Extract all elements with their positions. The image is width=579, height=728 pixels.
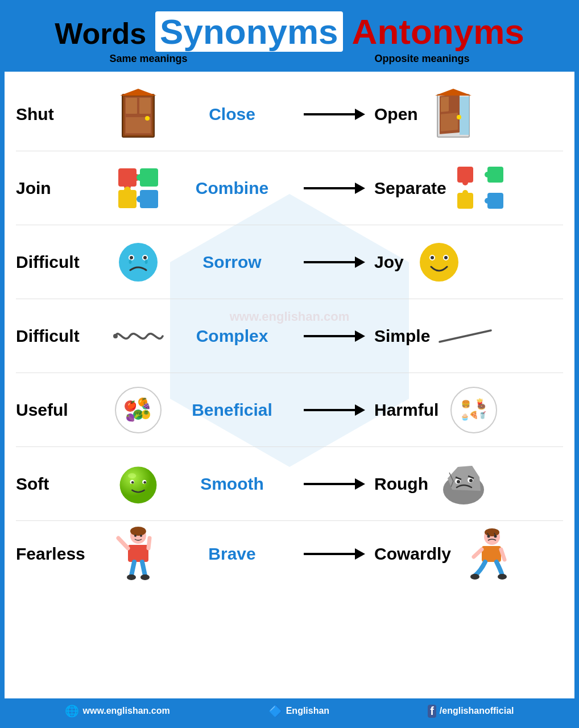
- antonym-col: Open: [374, 89, 563, 140]
- table-row: Fearless: [16, 521, 563, 611]
- junk-food-icon: 🍔 🍟 🍕 🧁 🥤 🍩: [450, 386, 498, 434]
- svg-point-24: [462, 180, 468, 185]
- svg-text:🍇: 🍇: [142, 401, 151, 410]
- svg-text:🍆: 🍆: [126, 413, 135, 422]
- svg-text:🍔: 🍔: [461, 399, 471, 409]
- table-row: Soft: [16, 447, 563, 521]
- website-text: www.englishan.com: [82, 706, 169, 716]
- svg-point-43: [113, 334, 118, 338]
- svg-point-22: [137, 196, 143, 202]
- word-label: Difficult: [16, 253, 107, 272]
- simple-line-icon: [437, 328, 494, 345]
- svg-point-37: [145, 259, 148, 264]
- svg-rect-9: [441, 96, 449, 111]
- antonym-col: Rough: [374, 461, 563, 507]
- svg-point-65: [120, 466, 157, 503]
- synonym-col: Smooth: [169, 474, 295, 494]
- svg-line-85: [118, 538, 128, 548]
- table-row: Join: [16, 151, 563, 225]
- icon-right: [453, 166, 510, 211]
- synonyms-title: Synonyms: [155, 11, 343, 52]
- icon-right: [458, 526, 515, 582]
- footer-brand: 🔷 Englishan: [268, 704, 329, 718]
- antonym-text: Harmful: [374, 400, 439, 420]
- svg-rect-95: [482, 546, 501, 562]
- svg-point-26: [485, 172, 490, 177]
- icon-left: [107, 166, 169, 211]
- happy-face-icon: [419, 242, 460, 283]
- antonym-col: Harmful 🍔 🍟 🍕 🧁 🥤 🍩: [374, 386, 563, 434]
- svg-point-94: [485, 528, 499, 536]
- content-area: www.englishan.com Shut Close: [5, 72, 574, 617]
- arrow: [295, 330, 374, 342]
- table-row: Shut Close Open: [16, 77, 563, 151]
- svg-point-72: [128, 473, 136, 478]
- icon-left: [107, 464, 169, 504]
- svg-line-87: [131, 562, 134, 576]
- svg-point-31: [119, 243, 158, 282]
- word-label: Join: [16, 179, 107, 198]
- antonym-text: Separate: [374, 179, 446, 198]
- antonym-text: Simple: [374, 326, 430, 346]
- svg-point-28: [462, 190, 468, 196]
- icon-left: [107, 325, 169, 348]
- antonym-col: Separate: [374, 166, 563, 211]
- arrow: [295, 478, 374, 490]
- synonym-text: Smooth: [200, 474, 264, 494]
- icon-left: [107, 242, 169, 283]
- synonym-col: Combine: [169, 179, 295, 198]
- icon-left: [107, 526, 169, 582]
- word-label: Fearless: [16, 544, 107, 564]
- same-meanings-label: Same meanings: [109, 53, 187, 65]
- svg-point-92: [140, 535, 142, 537]
- svg-point-101: [494, 535, 497, 538]
- svg-text:🍍: 🍍: [142, 410, 151, 419]
- svg-text:🥤: 🥤: [478, 411, 487, 419]
- svg-text:🍕: 🍕: [469, 410, 479, 420]
- svg-marker-75: [448, 466, 481, 491]
- table-row: Difficult Complex Simple: [16, 299, 563, 373]
- icon-right: 🍔 🍟 🍕 🧁 🥤 🍩: [445, 386, 502, 434]
- word-label: Useful: [16, 400, 107, 420]
- arrow: [295, 404, 374, 416]
- antonym-col: Cowardly: [374, 526, 563, 582]
- coward-person-icon: [464, 526, 509, 582]
- antonym-text: Joy: [374, 253, 404, 272]
- door-open-icon: [433, 89, 474, 140]
- fruits-icon: 🍎 🍊 🥦 🍆 🍍 🍇: [114, 386, 162, 434]
- svg-point-89: [127, 574, 136, 580]
- footer-social: f /englishanofficial: [428, 705, 514, 718]
- arrow: [295, 183, 374, 194]
- svg-point-77: [457, 480, 460, 483]
- antonym-text: Open: [374, 105, 418, 124]
- synonym-col: Complex: [169, 326, 295, 346]
- svg-point-79: [469, 479, 473, 482]
- arrow: [295, 109, 374, 120]
- words-title: Words: [55, 16, 146, 51]
- hero-person-icon: [115, 526, 161, 582]
- svg-rect-3: [139, 98, 151, 114]
- word-label: Shut: [16, 105, 107, 124]
- svg-line-96: [474, 549, 482, 557]
- svg-point-33: [130, 256, 133, 259]
- synonym-text: Complex: [196, 326, 268, 346]
- svg-point-40: [431, 256, 434, 259]
- sad-face-icon: [118, 242, 159, 283]
- icon-right: [437, 328, 494, 345]
- svg-point-58: [451, 387, 497, 433]
- antonym-col: Joy: [374, 242, 563, 283]
- svg-point-18: [137, 174, 143, 181]
- svg-point-90: [140, 574, 150, 580]
- icon-left: [107, 89, 169, 140]
- synonym-col: Beneficial: [169, 400, 295, 420]
- icon-right: [411, 242, 468, 283]
- arrow: [295, 257, 374, 268]
- footer-website: 🌐 www.englishan.com: [65, 704, 169, 718]
- synonym-text: Brave: [208, 544, 255, 564]
- svg-marker-6: [120, 89, 156, 96]
- svg-point-36: [129, 259, 132, 264]
- antonym-text: Cowardly: [374, 544, 451, 564]
- synonym-text: Beneficial: [192, 400, 272, 420]
- synonym-text: Sorrow: [202, 253, 261, 272]
- puzzle-joined-icon: [115, 166, 161, 211]
